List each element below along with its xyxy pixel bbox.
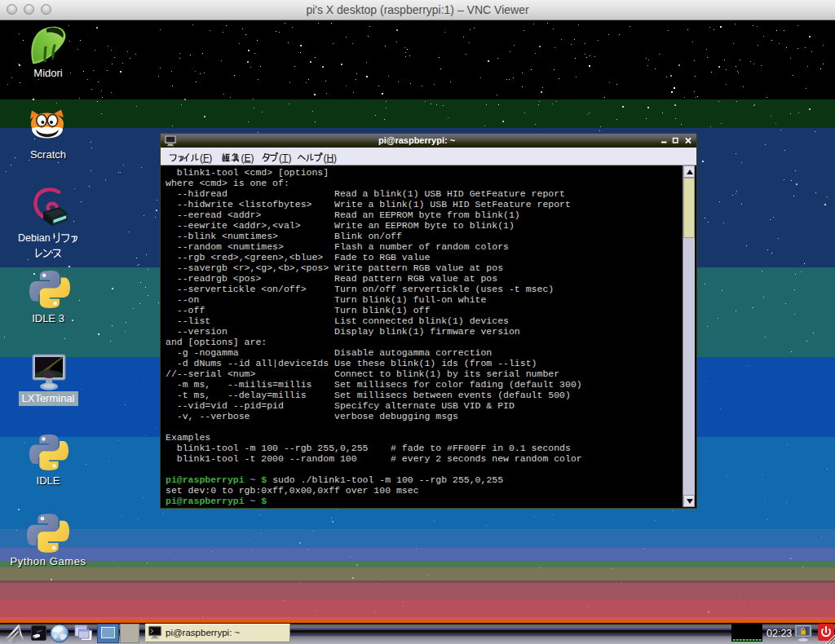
svg-text:(E): (E) <box>241 152 254 164</box>
svg-text:(T): (T) <box>279 152 291 164</box>
svg-text:Debian: Debian <box>18 232 51 244</box>
svg-text:(F): (F) <box>200 152 212 164</box>
svg-text:(H): (H) <box>323 152 337 164</box>
